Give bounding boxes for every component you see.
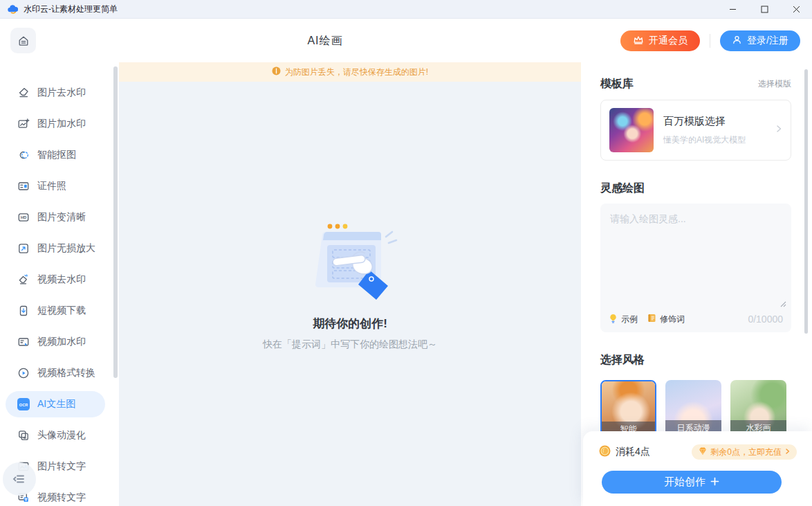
avatar-anime-icon <box>17 429 30 442</box>
sidebar-item-video-watermark-remove[interactable]: 视频去水印 <box>0 264 119 295</box>
sidebar-item-avatar-anime[interactable]: 头像动漫化 <box>0 419 119 451</box>
example-button[interactable]: 示例 <box>609 314 638 325</box>
plus-icon <box>710 476 719 488</box>
minimize-button[interactable] <box>717 0 748 18</box>
video-watermark-remove-icon <box>17 273 30 286</box>
start-create-label: 开始创作 <box>664 476 705 489</box>
prompt-toolbar: 示例 修饰词 0/10000 <box>609 311 783 327</box>
right-panel-scrollbar[interactable] <box>804 69 808 334</box>
video-format-convert-icon <box>17 367 30 379</box>
app-title: 水印云-让素材处理更简单 <box>24 3 118 15</box>
svg-text:OCR: OCR <box>19 402 28 406</box>
template-card[interactable]: 百万模版选择 懂美学的AI视觉大模型 <box>600 100 791 161</box>
image-watermark-remove-icon <box>17 87 30 99</box>
sidebar-item-smart-cutout[interactable]: 智能抠图 <box>0 139 119 170</box>
sidebar-scrollbar[interactable] <box>113 66 118 378</box>
sidebar-item-video-watermark-add[interactable]: 视频加水印 <box>0 326 119 357</box>
inspiration-section-title: 灵感绘图 <box>600 181 645 196</box>
sidebar-item-short-video-download[interactable]: 短视频下载 <box>0 295 119 326</box>
image-enlarge-icon <box>17 242 30 255</box>
open-membership-label: 开通会员 <box>649 35 688 47</box>
empty-illustration <box>205 220 495 305</box>
template-section-header: 模板库 选择模版 <box>600 77 791 91</box>
sidebar-item-image-watermark-remove[interactable]: 图片去水印 <box>0 77 119 108</box>
svg-text:HD: HD <box>21 215 27 219</box>
notice-text: 为防图片丢失，请尽快保存生成的图片! <box>285 66 428 78</box>
coin-icon <box>599 445 611 459</box>
id-photo-icon <box>17 180 30 192</box>
modifier-label: 修饰词 <box>660 314 685 325</box>
sidebar-item-label: 图片无损放大 <box>37 242 95 255</box>
prompt-input-box: 示例 修饰词 0/10000 <box>600 204 791 332</box>
cost-info: 消耗4点 <box>599 445 650 459</box>
info-icon <box>272 66 281 78</box>
sidebar: 图片去水印 图片加水印 智能抠图 证件照 HD 图片变清晰 图片无损放大 视频去… <box>0 62 119 506</box>
cost-label: 消耗4点 <box>616 446 650 458</box>
sidebar-item-image-lossless-enlarge[interactable]: 图片无损放大 <box>0 233 119 264</box>
select-template-link[interactable]: 选择模版 <box>758 78 791 90</box>
sidebar-item-video-format-convert[interactable]: 视频格式转换 <box>0 357 119 388</box>
maximize-button[interactable] <box>748 0 780 18</box>
prompt-textarea[interactable] <box>600 204 791 292</box>
recharge-badge[interactable]: 剩余0点，立即充值 <box>692 444 797 460</box>
chevron-right-icon <box>784 447 791 457</box>
modifier-button[interactable]: 修饰词 <box>647 314 685 325</box>
template-section-title: 模板库 <box>600 77 634 91</box>
create-action-panel: 消耗4点 剩余0点，立即充值 开始创作 <box>583 431 812 506</box>
collapse-sidebar-button[interactable] <box>3 462 36 496</box>
app-logo-icon <box>7 4 18 14</box>
example-label: 示例 <box>621 314 638 325</box>
sidebar-item-label: 头像动漫化 <box>37 429 86 442</box>
user-icon <box>732 35 742 47</box>
image-watermark-add-icon <box>17 118 30 130</box>
sidebar-item-id-photo[interactable]: 证件照 <box>0 170 119 201</box>
template-card-title: 百万模版选择 <box>663 115 774 128</box>
sidebar-item-label: 图片变清晰 <box>37 211 86 224</box>
page-header: AI绘画 开通会员 登录/注册 <box>0 19 812 62</box>
sidebar-item-label: 视频加水印 <box>37 336 86 348</box>
template-card-text: 百万模版选择 懂美学的AI视觉大模型 <box>663 115 774 146</box>
notebook-icon <box>647 314 656 325</box>
start-create-button[interactable]: 开始创作 <box>602 471 782 494</box>
close-button[interactable] <box>780 0 812 18</box>
sidebar-item-label: 视频去水印 <box>37 273 86 286</box>
home-button[interactable] <box>10 28 36 53</box>
login-register-label: 登录/注册 <box>747 35 788 47</box>
sidebar-item-label: 短视频下载 <box>37 305 86 317</box>
sidebar-item-image-clarify[interactable]: HD 图片变清晰 <box>0 201 119 233</box>
sidebar-item-label: 证件照 <box>37 180 66 192</box>
app-window: 水印云-让素材处理更简单 AI绘画 开通会员 登录/注册 图片去水印 <box>0 0 812 506</box>
video-watermark-add-icon <box>17 336 30 348</box>
diamond-icon <box>698 446 708 458</box>
empty-title: 期待你的创作! <box>205 316 495 332</box>
sidebar-item-ai-text-to-image[interactable]: OCR AI文生图 <box>6 391 105 417</box>
sidebar-item-label: 智能抠图 <box>37 149 76 161</box>
sidebar-item-label: 图片加水印 <box>37 118 86 130</box>
resize-grip-icon[interactable] <box>779 298 786 310</box>
lightbulb-icon <box>609 314 618 325</box>
main-content: 为防图片丢失，请尽快保存生成的图片! <box>119 62 581 506</box>
smart-cutout-icon <box>17 149 30 161</box>
short-video-download-icon <box>17 305 30 317</box>
sidebar-item-image-watermark-add[interactable]: 图片加水印 <box>0 108 119 139</box>
notice-banner: 为防图片丢失，请尽快保存生成的图片! <box>119 62 581 82</box>
char-counter: 0/10000 <box>748 314 783 325</box>
login-register-button[interactable]: 登录/注册 <box>720 30 800 51</box>
sidebar-item-label: 视频格式转换 <box>37 367 95 379</box>
template-card-subtitle: 懂美学的AI视觉大模型 <box>663 134 774 146</box>
header-divider <box>710 34 710 48</box>
chevron-right-icon <box>774 124 784 136</box>
empty-subtitle: 快在「提示词」中写下你的绘图想法吧～ <box>205 338 495 351</box>
sidebar-item-label: AI文生图 <box>37 398 75 410</box>
recharge-label: 剩余0点，立即充值 <box>710 446 782 458</box>
template-thumbnail <box>609 108 654 152</box>
open-membership-button[interactable]: 开通会员 <box>620 30 700 51</box>
window-titlebar: 水印云-让素材处理更简单 <box>0 0 812 19</box>
style-section-title: 选择风格 <box>600 353 645 368</box>
sidebar-item-label: 图片转文字 <box>37 460 86 473</box>
image-clarify-icon: HD <box>17 211 30 224</box>
ai-text-to-image-icon: OCR <box>17 398 30 410</box>
page-title: AI绘画 <box>307 33 342 48</box>
header-actions: 开通会员 登录/注册 <box>620 30 800 51</box>
crown-icon <box>633 35 644 46</box>
